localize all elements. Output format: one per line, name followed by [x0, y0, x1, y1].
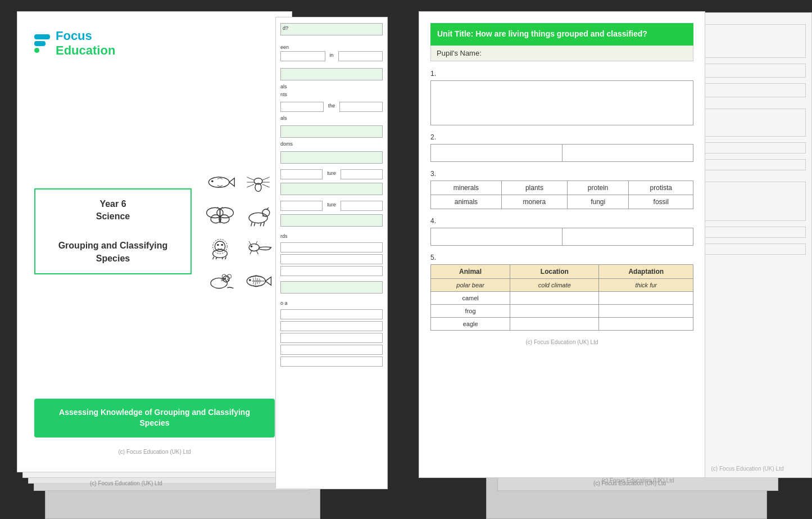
ws-question-1: 1.: [430, 70, 693, 125]
ws-q5-location-frog[interactable]: [510, 304, 599, 317]
mw-green1: d?: [280, 23, 383, 35]
ws-q3-cell-protista: protista: [629, 180, 693, 195]
ws-q3-cell-minerals: minerals: [431, 180, 502, 195]
svg-line-4: [247, 177, 254, 180]
logo-dot: [34, 48, 39, 53]
mw-green5: [280, 183, 383, 195]
cover-subject-title: Grouping and Classifying Species: [47, 240, 179, 265]
ws-q5-animal-frog: frog: [431, 304, 510, 317]
mw-input2: [280, 254, 383, 264]
ws-question-3: 3. minerals plants protein protista anim…: [430, 170, 693, 209]
ws-q5-adaptation-frog[interactable]: [599, 304, 693, 317]
worksheet-main-page: Unit Title: How are living things groupe…: [419, 11, 705, 478]
mw-green4: [280, 151, 383, 164]
ws-q2-col1[interactable]: [431, 145, 562, 161]
mw-input5: [280, 321, 383, 331]
ws-q5-th-location: Location: [510, 264, 599, 278]
ws-q5-animal-table: Animal Location Adaptation polar bear co…: [430, 264, 693, 331]
cover-title-box: Year 6 Science Grouping and Classifying …: [34, 188, 192, 275]
cover-badge: Assessing Knowledge of Grouping and Clas…: [34, 399, 275, 437]
footer-center-left: (c) Focus Education (UK) Ltd: [90, 480, 162, 486]
ws-q5-adaptation-camel[interactable]: [599, 291, 693, 304]
mw-input4: [280, 309, 383, 319]
ws-q1-answer-box[interactable]: [430, 80, 693, 125]
ws-question-2: 2.: [430, 133, 693, 162]
logo-text: Focus Education: [56, 29, 115, 58]
svg-line-28: [216, 257, 217, 259]
ws-q3-row2: animals monera fungi fossil: [431, 195, 693, 209]
ws-q5-row-frog: frog: [431, 304, 693, 317]
svg-line-6: [247, 184, 254, 188]
mw-input1: [280, 242, 383, 252]
mouse-icon: [203, 266, 237, 294]
svg-line-30: [225, 256, 226, 259]
mw-text-rds: rds: [280, 232, 383, 240]
ws-q3-word-grid: minerals plants protein protista animals…: [430, 180, 693, 209]
svg-point-1: [211, 180, 213, 182]
mw-input7: [280, 345, 383, 355]
ws-q5-animal-camel: camel: [431, 291, 510, 304]
ws-q5-adaptation-eagle[interactable]: [599, 317, 693, 330]
ws-q5-location-eagle[interactable]: [510, 317, 599, 330]
mw-green7: [280, 281, 383, 294]
svg-line-47: [257, 278, 258, 281]
pupils-name-label: Pupil's Name:: [437, 49, 482, 57]
ws-question-5: 5. Animal Location Adaptation polar bear…: [430, 254, 693, 331]
ws-q5-number: 5.: [430, 254, 693, 261]
fish-icon: [203, 168, 237, 196]
mw-input3: [280, 266, 383, 276]
ws-q5-animal-eagle: eagle: [431, 317, 510, 330]
ws-main-footer: (c) Focus Education (UK) Ltd: [430, 339, 693, 345]
ws-q2-col2[interactable]: [562, 145, 693, 161]
mw-green2: [280, 68, 383, 80]
middle-worksheet: d? een in als nts the als doms ture: [275, 17, 388, 489]
svg-line-51: [257, 281, 258, 285]
ws-q3-row1: minerals plants protein protista: [431, 180, 693, 195]
lion-icon: [203, 233, 237, 261]
svg-line-45: [253, 278, 254, 281]
mw-the: the: [326, 102, 338, 112]
ws-q4-col1[interactable]: [431, 228, 562, 245]
right-section: (c) Focus Education (UK) Ltd m (c) Focus…: [419, 11, 801, 506]
ws-q5-location-camel[interactable]: [510, 291, 599, 304]
ws-q5-row-eagle: eagle: [431, 317, 693, 330]
ws-q5-adaptation-fur: thick fur: [599, 278, 693, 291]
svg-point-41: [224, 278, 226, 279]
horse-icon: [241, 201, 275, 229]
svg-point-0: [208, 177, 229, 187]
ws-q3-cell-fossil: fossil: [629, 195, 693, 209]
mw-ture2: ture: [325, 201, 338, 211]
mw-text-oa: o a: [280, 299, 383, 307]
mw-row3: ture: [280, 169, 383, 179]
ws-q2-answer-cols: [430, 144, 693, 162]
ws-q5-row-polar-bear: polar bear cold climate thick fur: [431, 278, 693, 291]
svg-line-48: [259, 278, 260, 281]
mw-row4: ture: [280, 201, 383, 211]
ws-q4-number: 4.: [430, 217, 693, 225]
mw-text-nts: nts: [280, 91, 383, 98]
svg-point-31: [249, 243, 259, 251]
svg-line-50: [255, 281, 256, 285]
ws-q3-cell-monera: monera: [501, 195, 567, 209]
svg-point-25: [221, 243, 223, 246]
ws-q4-col2[interactable]: [562, 228, 693, 245]
left-section: (c) Focus Education (UK) Ltd (c) Focus E…: [17, 11, 332, 506]
svg-point-24: [217, 243, 219, 246]
svg-line-18: [254, 223, 255, 226]
fish2-icon: [241, 266, 275, 294]
mw-input6: [280, 333, 383, 343]
logo-bar2: [34, 41, 46, 46]
svg-point-32: [250, 245, 252, 247]
ws-q5-row-camel: camel: [431, 291, 693, 304]
svg-line-35: [249, 241, 251, 245]
spider-icon: [241, 168, 275, 196]
mw-text1: een: [280, 43, 383, 51]
svg-line-7: [262, 177, 269, 180]
ws-q3-cell-animals: animals: [431, 195, 502, 209]
mw-green3: [280, 125, 383, 138]
footer-center-right: (c) Focus Education (UK) Ltd: [593, 480, 666, 486]
ws-q5-header-row: Animal Location Adaptation: [431, 264, 693, 278]
animals-grid: [203, 168, 275, 294]
svg-line-27: [212, 256, 214, 259]
mw-ture1: ture: [325, 169, 338, 179]
